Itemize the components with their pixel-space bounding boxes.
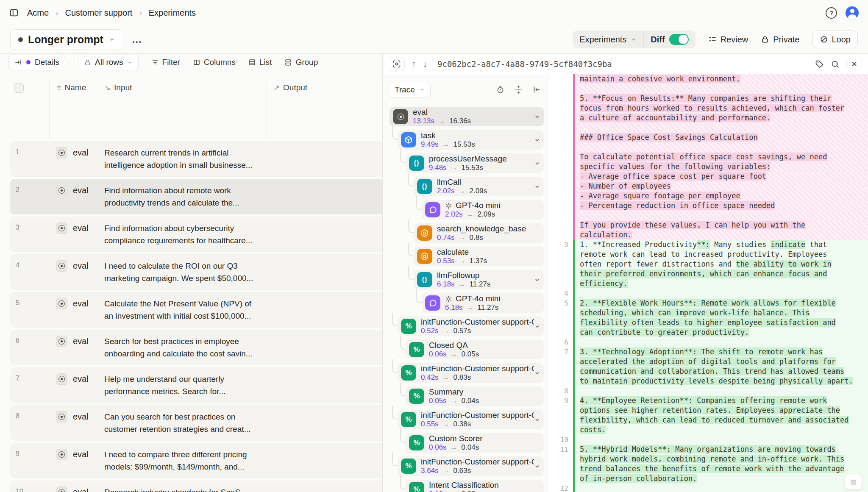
trace-node[interactable]: task9.49s→15.53s bbox=[398, 130, 544, 150]
table-row[interactable]: 7evalHelp me understand our quarterlyper… bbox=[10, 367, 382, 403]
trace-node-body: GPT-4o mini2.02s→2.09s bbox=[445, 201, 501, 219]
details-button[interactable]: Details bbox=[8, 55, 65, 70]
trace-node[interactable]: %initFunction-Customer support-C...3.64s… bbox=[398, 456, 544, 476]
breadcrumb-org[interactable]: Acme bbox=[27, 8, 49, 18]
table-row[interactable]: 9evalI need to compare three different p… bbox=[10, 443, 382, 478]
trace-node[interactable]: search_knowledge_base0.74s→0.8s bbox=[414, 223, 544, 243]
diff-toggle[interactable] bbox=[669, 34, 689, 45]
table-row[interactable]: 8evalCan you search for best practices o… bbox=[10, 405, 382, 441]
chevron-down-icon[interactable] bbox=[534, 137, 540, 143]
table-row[interactable]: 3evalFind information about cybersecurit… bbox=[10, 217, 382, 252]
search-icon[interactable] bbox=[831, 60, 840, 69]
diff-line-text: ### Office Space Cost Savings Calculatio… bbox=[573, 133, 868, 142]
arrow-right-icon: → bbox=[467, 303, 474, 312]
collapse-left-icon[interactable] bbox=[532, 85, 541, 94]
trace-node[interactable]: ()llmCall2.02s→2.09s bbox=[414, 177, 544, 196]
trace-node[interactable]: %Intent Classification0.13s→0.08s bbox=[406, 480, 544, 492]
line-number bbox=[549, 454, 573, 464]
duration-current: 0.53s bbox=[437, 257, 455, 265]
trace-node-name: GPT-4o mini bbox=[456, 201, 501, 210]
added-text: flexibility, which can lead to reduced t… bbox=[580, 416, 849, 424]
diff-line-text bbox=[573, 386, 868, 396]
eval-icon bbox=[56, 486, 67, 492]
diff-line-text: communication and collaboration. This tr… bbox=[573, 367, 868, 376]
chat-bubble-icon bbox=[429, 299, 437, 307]
trace-node[interactable]: %initFunction-Customer support-C...0.55s… bbox=[398, 410, 544, 429]
row-index: 8 bbox=[16, 412, 19, 420]
private-button[interactable]: Private bbox=[761, 35, 799, 44]
removed-text: - Percentage reduction in office space n… bbox=[580, 201, 775, 210]
review-button[interactable]: Review bbox=[708, 35, 748, 44]
focus-span-button[interactable] bbox=[389, 57, 405, 71]
chevron-down-icon[interactable] bbox=[534, 463, 540, 470]
diff-line-text bbox=[573, 142, 868, 152]
trace-node[interactable]: ()processUserMessage9.48s→15.53s bbox=[406, 153, 544, 173]
trace-node-name: Closed QA bbox=[429, 341, 468, 350]
trace-node[interactable]: %initFunction-Customer support-C...0.52s… bbox=[398, 317, 544, 336]
trace-node[interactable]: GPT-4o mini6.18s→11.27s bbox=[422, 293, 544, 313]
trace-node-body: initFunction-Customer support-C...0.55s→… bbox=[421, 411, 534, 428]
column-header-name[interactable]: ≡ Name bbox=[57, 83, 86, 92]
trace-node-name: task bbox=[421, 131, 436, 140]
chevron-down-icon[interactable] bbox=[534, 323, 540, 330]
close-icon[interactable]: ✕ bbox=[846, 57, 862, 71]
chevron-down-icon[interactable] bbox=[534, 417, 540, 423]
trace-node[interactable]: eval13.13s→16.36s bbox=[389, 107, 544, 126]
diff-added-line: of in-person collaboration. bbox=[549, 474, 868, 484]
table-row[interactable]: 4evalI need to calculate the ROI on our … bbox=[10, 254, 382, 290]
table-row[interactable]: 2evalFind information about remote workp… bbox=[10, 179, 382, 214]
chevron-down-icon[interactable] bbox=[534, 114, 540, 120]
review-label: Review bbox=[721, 35, 748, 44]
row-name: eval bbox=[73, 299, 89, 309]
sidebar-toggle-icon[interactable] bbox=[9, 8, 19, 17]
all-rows-dropdown[interactable]: All rows bbox=[78, 55, 139, 70]
table-row[interactable]: 6evalSearch for best practices in employ… bbox=[10, 330, 382, 365]
timer-icon[interactable] bbox=[496, 85, 505, 94]
eval-icon bbox=[56, 373, 67, 385]
help-icon[interactable]: ? bbox=[826, 7, 837, 19]
experiment-selector[interactable]: Longer prompt bbox=[10, 29, 123, 50]
trace-node[interactable]: ()llmFollowup6.18s→11.27s bbox=[414, 270, 544, 289]
list-button[interactable]: List bbox=[248, 58, 272, 67]
table-row[interactable]: 5evalCalculate the Net Present Value (NP… bbox=[10, 292, 382, 328]
trace-panel: ↑ ↓ 9c062bc2-a8c7-4a88-9749-5cf840f3c9ba… bbox=[382, 54, 868, 492]
line-number bbox=[549, 308, 573, 318]
column-header-input[interactable]: ↘ Input bbox=[104, 83, 132, 92]
line-number bbox=[549, 211, 573, 220]
columns-button[interactable]: Columns bbox=[193, 58, 236, 67]
diff-line-text bbox=[573, 289, 868, 298]
expand-vertical-icon[interactable] bbox=[514, 85, 523, 94]
raw-view-button[interactable] bbox=[845, 474, 862, 490]
breadcrumb-project[interactable]: Customer support bbox=[65, 8, 132, 18]
filter-button[interactable]: Filter bbox=[151, 58, 180, 67]
diff-line-text: focus from hours worked to results achie… bbox=[573, 103, 868, 113]
more-options-button[interactable]: … bbox=[132, 33, 143, 45]
diff-line-text: maintain a cohesive work environment. bbox=[573, 74, 868, 84]
column-header-output[interactable]: ↗ Output bbox=[273, 83, 307, 92]
table-row[interactable]: 10evalResearch industry standards for Sa… bbox=[10, 481, 382, 492]
tag-icon[interactable] bbox=[815, 60, 824, 69]
group-button[interactable]: Group bbox=[284, 58, 318, 67]
chevron-down-icon[interactable] bbox=[534, 277, 540, 283]
next-row-button[interactable]: ↓ bbox=[423, 59, 428, 69]
trace-view-dropdown[interactable]: Trace bbox=[389, 82, 431, 97]
chevron-down-icon[interactable] bbox=[534, 160, 540, 167]
loop-button[interactable]: Loop bbox=[812, 31, 858, 48]
experiments-view-dropdown[interactable]: Experiments bbox=[573, 35, 643, 44]
breadcrumb-section[interactable]: Experiments bbox=[149, 8, 196, 18]
input-cell: Calculate the Net Present Value (NPV) of… bbox=[104, 297, 274, 322]
trace-node[interactable]: %Closed QA0.06s→0.05s bbox=[406, 340, 544, 359]
trace-node[interactable]: calculate0.53s→1.37s bbox=[414, 247, 544, 266]
table-row[interactable]: 1evalResearch current trends in artifici… bbox=[10, 141, 382, 177]
trace-node[interactable]: GPT-4o mini2.02s→2.09s bbox=[422, 200, 544, 220]
trace-node[interactable]: %Custom Scorer0.06s→0.04s bbox=[406, 433, 544, 453]
trace-node[interactable]: %initFunction-Customer support-C...0.42s… bbox=[398, 363, 544, 383]
tree-connector bbox=[400, 429, 406, 443]
chevron-down-icon[interactable] bbox=[534, 183, 540, 190]
select-all-checkbox[interactable] bbox=[14, 83, 24, 93]
avatar[interactable] bbox=[846, 6, 859, 19]
trace-node[interactable]: %Summary0.05s→0.04s bbox=[406, 386, 544, 406]
circle-dot-glyph bbox=[58, 263, 65, 269]
chevron-down-icon[interactable] bbox=[534, 370, 540, 376]
previous-row-button[interactable]: ↑ bbox=[412, 59, 416, 69]
